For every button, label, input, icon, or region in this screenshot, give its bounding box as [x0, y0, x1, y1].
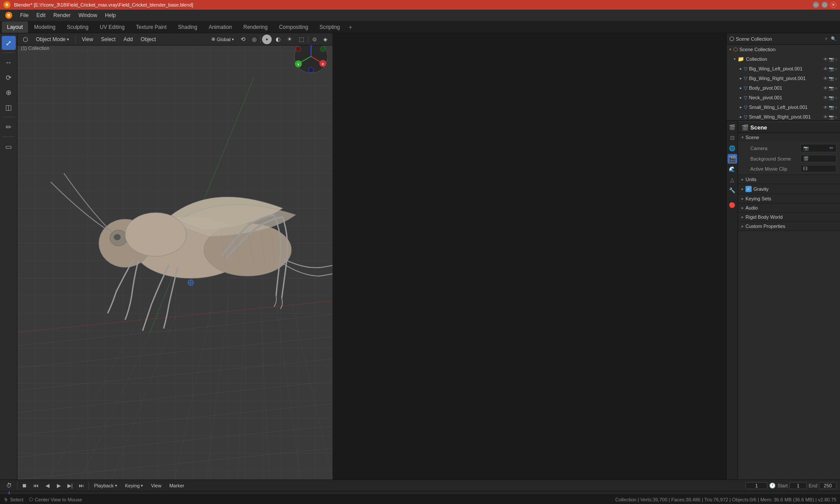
tab-layout[interactable]: Layout [2, 21, 28, 33]
viewport-xray-btn[interactable]: ◈ [321, 35, 330, 43]
custom-properties-section-header[interactable]: ▸ Custom Properties [738, 222, 840, 231]
background-scene-field[interactable]: 🎬 [800, 155, 836, 162]
status-center-view: ⬡ Center View to Mouse [29, 497, 82, 502]
prop-scene-icon[interactable]: 🎬 [728, 154, 737, 164]
outliner-search-btn[interactable]: 🔍 [830, 36, 837, 42]
outliner-filter-btn[interactable]: ▿ [824, 36, 829, 42]
viewport-object-menu[interactable]: Object [138, 35, 159, 43]
shading-material[interactable]: ◐ [273, 35, 283, 43]
timeline-jump-start-btn[interactable]: ⏮ [32, 481, 40, 490]
units-section-header[interactable]: ▸ Units [738, 175, 840, 184]
outliner-scene-collection[interactable]: ▾ ⬡ Scene Collection [727, 45, 840, 54]
menu-help[interactable]: Help [102, 11, 119, 19]
timeline-next-frame-btn[interactable]: ▶| [66, 481, 74, 490]
tab-rendering[interactable]: Rendering [238, 21, 273, 33]
outliner-item-small-wing-right[interactable]: ▸ ▽ Small_Wing_Right_pivot.001 👁 📷 ○ [727, 112, 840, 121]
shading-rendered[interactable]: ☀ [284, 35, 295, 43]
viewport-proportional[interactable]: ◎ [249, 35, 259, 43]
viewport-overlay-btn[interactable]: ⊙ [310, 35, 319, 43]
menu-file[interactable]: File [17, 11, 32, 19]
camera-field[interactable]: 📷 ✏ [800, 144, 836, 152]
prop-world-icon[interactable]: 🌊 [728, 164, 737, 174]
tab-shading[interactable]: Shading [173, 21, 203, 33]
prop-output-icon[interactable]: ⊡ [728, 133, 737, 143]
prop-object-icon[interactable]: △ [728, 175, 737, 185]
viewport-view-menu[interactable]: View [79, 35, 96, 43]
menu-window[interactable]: Window [75, 11, 101, 19]
active-movie-clip-field[interactable]: 🎞 [800, 165, 836, 172]
timeline-marker-menu[interactable]: Marker [167, 482, 187, 489]
timeline-jump-end-btn[interactable]: ⏭ [77, 481, 86, 490]
prop-render-icon[interactable]: 🎬 [728, 122, 737, 132]
start-label: Start [777, 483, 788, 488]
menu-edit[interactable]: Edit [33, 11, 49, 19]
viewport-select-menu[interactable]: Select [98, 35, 118, 43]
timeline-play-btn[interactable]: ▶ [54, 481, 63, 490]
playback-dropdown[interactable]: Playback ▾ [91, 482, 120, 489]
tool-rotate[interactable]: ⟳ [2, 70, 16, 84]
outliner-item-body[interactable]: ▸ ▽ Body_pivot.001 👁 📷 ○ [727, 83, 840, 93]
scene-sub-section: Camera 📷 ✏ Background Scene 🎬 [738, 142, 840, 175]
close-button[interactable]: ✕ [830, 2, 836, 8]
end-frame-field[interactable]: 250 [819, 482, 836, 489]
tab-animation[interactable]: Animation [203, 21, 237, 33]
outliner-item-neck[interactable]: ▸ ▽ Neck_pivot.001 👁 📷 ○ [727, 93, 840, 102]
tab-uv-editing[interactable]: UV Editing [94, 21, 130, 33]
prop-modifier-icon[interactable]: 🔧 [728, 186, 737, 195]
status-stats: Collection | Verts:39,700 | Faces:38,486… [615, 497, 836, 502]
outliner-collection[interactable]: ▾ 📁 Collection 👁 📷 ○ [727, 54, 840, 64]
tab-sculpting[interactable]: Sculpting [62, 21, 94, 33]
prop-view-layer-icon[interactable]: 🌐 [728, 144, 737, 153]
tab-compositing[interactable]: Compositing [274, 21, 314, 33]
gravity-checkbox[interactable]: ✓ [746, 186, 752, 192]
outliner-item-big-wing-right[interactable]: ▸ ▽ Big_Wing_Right_pivot.001 👁 📷 ○ [727, 74, 840, 83]
keying-dropdown[interactable]: Keying ▾ [122, 482, 146, 489]
viewport-canvas: User Perspective (Local) (1) Collection … [18, 33, 332, 480]
outliner-item-small-wing-left[interactable]: ▸ ▽ Small_Wing_Left_pivot.001 👁 📷 ○ [727, 102, 840, 112]
timeline-view-menu[interactable]: View [148, 482, 164, 489]
menu-render[interactable]: Render [50, 11, 74, 19]
tool-scale[interactable]: ⊕ [2, 85, 16, 99]
keying-sets-section-header[interactable]: ▸ Keying Sets [738, 194, 840, 203]
shading-solid[interactable]: ● [262, 35, 272, 44]
timeline-frame-controls: 1 🕐 Start 1 End 250 [746, 482, 836, 489]
object-mode-dropdown[interactable]: Object Mode ▾ [33, 35, 72, 43]
outliner-header: ⬡ Scene Collection ▿ 🔍 [727, 33, 840, 45]
scene-section-header[interactable]: ▾ Scene [738, 133, 840, 142]
tool-measure[interactable]: ▭ [2, 140, 16, 154]
tool-transform[interactable]: ◫ [2, 100, 16, 114]
timeline-header: ⏱ ⏹ ⏮ ◀ ▶ ▶| ⏭ Playback ▾ Keying ▾ View … [0, 480, 840, 491]
viewport-snap-toggle[interactable]: ⟲ [238, 35, 248, 43]
tool-annotate[interactable]: ✏ [2, 120, 16, 134]
viewport-header: ⬡ Object Mode ▾ View Select Add Object ⊕… [18, 33, 332, 46]
add-workspace-button[interactable]: + [346, 23, 355, 32]
timeline-view-label: View [151, 483, 161, 488]
menu-blender[interactable]: B [2, 11, 16, 20]
prop-physics-icon[interactable]: 🔴 [728, 200, 737, 210]
main-viewport[interactable]: User Perspective (Local) (1) Collection … [18, 33, 332, 480]
timeline-editor-type[interactable]: ⏱ [4, 481, 14, 490]
gravity-section-header[interactable]: ▸ ✓ Gravity [738, 184, 840, 194]
tab-scripting[interactable]: Scripting [314, 21, 345, 33]
timeline-prev-frame-btn[interactable]: ◀ [43, 481, 52, 490]
tool-select[interactable]: ⤢ [2, 36, 16, 50]
minimize-button[interactable]: ─ [813, 2, 819, 8]
viewport-global-dropdown[interactable]: ⊕ Global ▾ [209, 35, 237, 43]
tab-texture-paint[interactable]: Texture Paint [131, 21, 172, 33]
rigid-body-world-section-header[interactable]: ▸ Rigid Body World [738, 213, 840, 221]
timeline-stop-btn[interactable]: ⏹ [20, 481, 29, 490]
timeline-marker-label: Marker [169, 483, 184, 488]
viewport-editor-type[interactable]: ⬡ [20, 35, 31, 44]
menu-bar: B File Edit Render Window Help [0, 10, 840, 21]
viewport-add-menu[interactable]: Add [121, 35, 135, 43]
outliner-item-big-wing-left[interactable]: ▸ ▽ Big_Wing_Left_pivot.001 👁 📷 ○ [727, 64, 840, 74]
maximize-button[interactable]: □ [822, 2, 828, 8]
shading-wireframe[interactable]: ⬚ [296, 35, 307, 43]
start-frame-field[interactable]: 1 [789, 482, 807, 489]
current-frame-field[interactable]: 1 [746, 482, 767, 489]
scene-arrow: ▾ [742, 135, 744, 140]
audio-section-header[interactable]: ▸ Audio [738, 203, 840, 212]
active-movie-clip-row: Active Movie Clip 🎞 [738, 164, 840, 174]
tool-move[interactable]: ↔ [2, 56, 16, 70]
tab-modeling[interactable]: Modeling [29, 21, 61, 33]
